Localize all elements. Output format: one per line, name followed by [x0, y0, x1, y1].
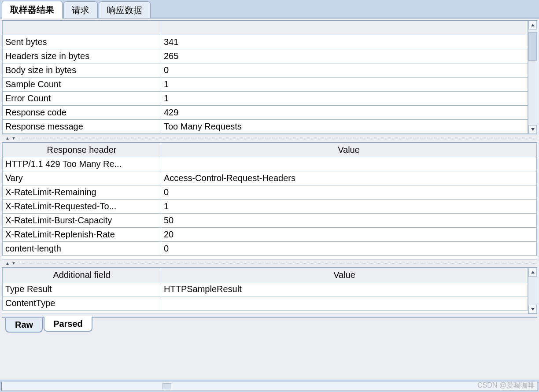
svg-marker-0: [531, 24, 535, 26]
cell-value: 50: [161, 214, 537, 228]
table-row[interactable]: Headers size in bytes265: [3, 49, 528, 63]
cell-value: 1: [161, 200, 537, 214]
table-row[interactable]: Type ResultHTTPSampleResult: [3, 282, 528, 296]
table-row[interactable]: Response messageToo Many Requests: [3, 120, 528, 134]
cell-value: 1: [161, 78, 528, 92]
additional-field-table: Additional field Value Type ResultHTTPSa…: [2, 268, 528, 311]
cell-key: Body size in bytes: [3, 63, 161, 78]
scroll-up-icon[interactable]: [528, 268, 537, 277]
sampler-fields-table: Sent bytes341 Headers size in bytes265 B…: [2, 21, 528, 134]
cell-value: 341: [161, 35, 528, 49]
sampler-col-key[interactable]: [3, 21, 161, 35]
additional-scrollbar[interactable]: [528, 268, 537, 314]
cell-key: ContentType: [3, 296, 161, 311]
triangle-up-icon: ▲: [5, 261, 10, 266]
splitter-1[interactable]: ▲ ▼: [2, 136, 537, 141]
triangle-down-icon: ▼: [11, 261, 16, 266]
svg-marker-3: [531, 308, 535, 311]
svg-marker-1: [531, 128, 535, 131]
cell-value: 265: [161, 49, 528, 63]
cell-value: 1: [161, 92, 528, 106]
cell-key: Error Count: [3, 92, 161, 106]
additional-col-value[interactable]: Value: [161, 268, 528, 282]
scroll-track[interactable]: [528, 277, 537, 305]
cell-key: X-RateLimit-Burst-Capacity: [3, 214, 161, 228]
cell-value: 429: [161, 106, 528, 120]
table-row[interactable]: Error Count1: [3, 92, 528, 106]
scroll-track[interactable]: [528, 30, 537, 125]
table-row[interactable]: Sample Count1: [3, 78, 528, 92]
tab-parsed[interactable]: Parsed: [44, 316, 92, 332]
scroll-down-icon[interactable]: [528, 305, 537, 314]
additional-col-name[interactable]: Additional field: [3, 268, 161, 282]
cell-value: Too Many Requests: [161, 120, 528, 134]
cell-value: 0: [161, 242, 537, 256]
table-row[interactable]: Response code429: [3, 106, 528, 120]
cell-key: Sent bytes: [3, 35, 161, 49]
cell-key: Sample Count: [3, 78, 161, 92]
scroll-thumb[interactable]: [528, 32, 537, 61]
cell-key: Type Result: [3, 282, 161, 296]
cell-key: Headers size in bytes: [3, 49, 161, 63]
sampler-col-value[interactable]: [161, 21, 528, 35]
cell-value: Access-Control-Request-Headers: [161, 171, 537, 185]
cell-key: X-RateLimit-Requested-To...: [3, 200, 161, 214]
table-row[interactable]: X-RateLimit-Requested-To...1: [3, 200, 537, 214]
table-row[interactable]: ContentType: [3, 296, 528, 311]
sampler-scrollbar[interactable]: [528, 21, 537, 134]
cell-value: [161, 296, 528, 311]
tab-response-data[interactable]: 响应数据: [99, 1, 151, 18]
top-tab-bar: 取样器结果 请求 响应数据: [0, 0, 539, 18]
response-header-col-value[interactable]: Value: [161, 143, 537, 157]
table-row[interactable]: X-RateLimit-Remaining0: [3, 185, 537, 200]
table-row[interactable]: X-RateLimit-Burst-Capacity50: [3, 214, 537, 228]
splitter-2[interactable]: ▲ ▼: [2, 261, 537, 266]
tab-raw[interactable]: Raw: [5, 318, 43, 333]
cell-key: Response message: [3, 120, 161, 134]
bottom-tab-bar: Raw Parsed: [2, 317, 537, 333]
additional-field-pane: Additional field Value Type ResultHTTPSa…: [2, 267, 537, 314]
triangle-down-icon: ▼: [11, 136, 16, 141]
tab-sampler-result[interactable]: 取样器结果: [2, 1, 63, 18]
cell-value: [161, 157, 537, 171]
sampler-fields-pane: Sent bytes341 Headers size in bytes265 B…: [2, 20, 537, 134]
table-row[interactable]: X-RateLimit-Replenish-Rate20: [3, 228, 537, 242]
cell-value: HTTPSampleResult: [161, 282, 528, 296]
cell-key: Vary: [3, 171, 161, 185]
table-row[interactable]: content-length0: [3, 242, 537, 256]
hscroll-splitter-handle[interactable]: [162, 383, 171, 389]
tab-request[interactable]: 请求: [63, 1, 98, 18]
cell-key: Response code: [3, 106, 161, 120]
scroll-down-icon[interactable]: [528, 125, 537, 134]
table-row[interactable]: VaryAccess-Control-Request-Headers: [3, 171, 537, 185]
scroll-up-icon[interactable]: [528, 21, 537, 30]
table-row[interactable]: HTTP/1.1 429 Too Many Re...: [3, 157, 537, 171]
cell-key: content-length: [3, 242, 161, 256]
table-row[interactable]: Body size in bytes0: [3, 63, 528, 78]
cell-key: X-RateLimit-Replenish-Rate: [3, 228, 161, 242]
cell-value: 20: [161, 228, 537, 242]
response-header-pane: Response header Value HTTP/1.1 429 Too M…: [2, 142, 537, 259]
cell-value: 0: [161, 185, 537, 200]
response-header-col-name[interactable]: Response header: [3, 143, 161, 157]
svg-marker-2: [531, 271, 535, 274]
cell-key: HTTP/1.1 429 Too Many Re...: [3, 157, 161, 171]
triangle-up-icon: ▲: [5, 136, 10, 141]
table-row[interactable]: Sent bytes341: [3, 35, 528, 49]
response-header-table: Response header Value HTTP/1.1 429 Too M…: [2, 143, 537, 256]
horizontal-scrollbar[interactable]: [1, 381, 538, 391]
cell-value: 0: [161, 63, 528, 78]
cell-key: X-RateLimit-Remaining: [3, 185, 161, 200]
